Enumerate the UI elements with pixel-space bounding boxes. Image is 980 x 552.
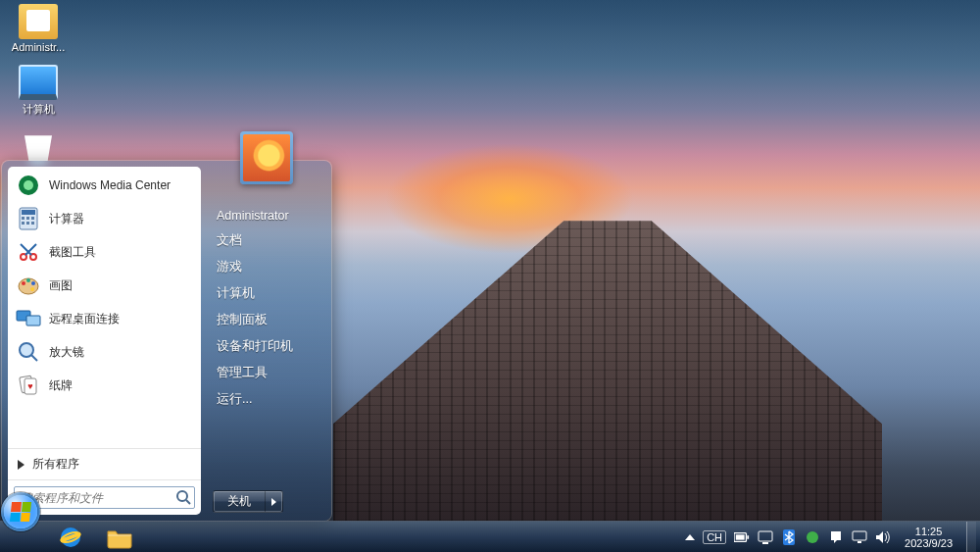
cards-icon: ♥	[16, 373, 41, 398]
vm-tools-icon[interactable]	[758, 529, 773, 545]
triangle-right-icon	[271, 498, 276, 506]
right-link-devices-printers[interactable]: 设备和打印机	[205, 333, 327, 360]
svg-rect-3	[22, 210, 35, 215]
ime-indicator[interactable]: CH	[703, 530, 726, 544]
desktop-wallpaper[interactable]: Administr... 计算机 Windows Media Center	[0, 0, 980, 552]
svg-point-16	[30, 287, 34, 291]
svg-point-19	[20, 343, 33, 357]
program-label: 远程桌面连接	[49, 311, 120, 327]
program-label: 放大镜	[49, 344, 84, 361]
svg-rect-4	[22, 217, 24, 220]
action-center-icon[interactable]	[828, 529, 844, 545]
all-programs-button[interactable]: 所有程序	[8, 448, 201, 479]
triangle-right-icon	[18, 460, 24, 470]
clock-date: 2023/9/23	[905, 537, 953, 549]
svg-rect-5	[26, 217, 29, 220]
svg-rect-6	[31, 217, 34, 220]
desktop-icon-computer[interactable]: 计算机	[4, 65, 73, 117]
taskbar-pin-explorer[interactable]	[96, 524, 143, 551]
program-item-magnifier[interactable]: 放大镜	[8, 335, 201, 369]
svg-rect-29	[759, 531, 772, 541]
desktop-icons: Administr... 计算机	[4, 4, 73, 170]
calculator-icon	[16, 206, 41, 231]
tray-icon-generic[interactable]	[805, 529, 820, 545]
ie-icon	[58, 525, 83, 550]
program-item-solitaire[interactable]: ♥ 纸牌	[8, 369, 201, 402]
flower-icon	[243, 134, 290, 181]
program-item-calculator[interactable]: 计算器	[8, 202, 201, 235]
svg-rect-18	[26, 316, 40, 326]
svg-rect-8	[26, 222, 29, 225]
magnifier-icon	[16, 339, 41, 365]
shutdown-button[interactable]: 关机	[214, 491, 265, 512]
user-avatar[interactable]	[240, 131, 293, 184]
taskbar-pin-ie[interactable]	[47, 524, 94, 551]
wallpaper-pier	[333, 221, 882, 521]
desktop-icon-label: Administr...	[12, 41, 65, 53]
program-label: Windows Media Center	[49, 178, 171, 192]
svg-rect-9	[31, 222, 34, 225]
program-label: 计算器	[49, 211, 84, 227]
paint-icon	[16, 273, 41, 298]
svg-rect-27	[747, 535, 749, 539]
right-link-user[interactable]: Administrator	[205, 204, 327, 227]
desktop-icon-label: 计算机	[23, 102, 55, 117]
right-link-admin-tools[interactable]: 管理工具	[205, 360, 327, 386]
program-item-snipping-tool[interactable]: 截图工具	[8, 235, 201, 269]
shutdown-options-button[interactable]	[265, 491, 282, 512]
start-orb[interactable]	[1, 492, 40, 531]
svg-point-14	[26, 278, 30, 282]
bluetooth-icon[interactable]	[781, 529, 797, 545]
taskbar-clock[interactable]: 11:25 2023/9/23	[899, 526, 958, 549]
start-menu-left-pane: Windows Media Center 计算器 截图工具	[8, 167, 201, 515]
start-menu-search	[14, 486, 195, 509]
wmc-icon	[16, 173, 41, 198]
svg-text:♥: ♥	[27, 381, 32, 391]
start-menu: Windows Media Center 计算器 截图工具	[2, 161, 331, 521]
right-link-computer[interactable]: 计算机	[205, 280, 327, 307]
windows-logo-icon	[10, 502, 31, 522]
program-item-paint[interactable]: 画图	[8, 269, 201, 302]
svg-point-13	[22, 281, 25, 285]
svg-rect-34	[858, 541, 861, 543]
volume-icon[interactable]	[875, 529, 891, 545]
clock-time: 11:25	[905, 526, 953, 537]
svg-rect-30	[762, 542, 768, 544]
remote-desktop-icon	[16, 306, 41, 331]
desktop-icon-admin-folder[interactable]: Administr...	[4, 4, 73, 53]
program-label: 截图工具	[49, 244, 96, 261]
search-icon	[175, 489, 191, 505]
svg-rect-7	[22, 222, 24, 225]
search-input[interactable]	[14, 486, 195, 509]
show-desktop-button[interactable]	[966, 522, 976, 553]
right-link-run[interactable]: 运行...	[205, 386, 327, 413]
program-item-wmc[interactable]: Windows Media Center	[8, 169, 201, 202]
right-link-control-panel[interactable]: 控制面板	[205, 307, 327, 333]
scissors-icon	[16, 239, 41, 265]
svg-rect-28	[736, 534, 745, 539]
all-programs-label: 所有程序	[32, 456, 79, 473]
taskbar: CH 11:25 2023/9/	[0, 521, 980, 552]
network-icon[interactable]	[852, 529, 867, 545]
computer-icon	[19, 65, 58, 100]
program-item-remote-desktop[interactable]: 远程桌面连接	[8, 302, 201, 335]
right-link-games[interactable]: 游戏	[205, 254, 327, 280]
tray-overflow-button[interactable]	[685, 534, 695, 540]
svg-point-15	[31, 281, 35, 285]
svg-rect-33	[853, 531, 866, 540]
svg-point-23	[177, 491, 187, 501]
program-label: 画图	[49, 277, 73, 294]
start-menu-program-list: Windows Media Center 计算器 截图工具	[8, 167, 201, 448]
svg-point-32	[807, 531, 818, 543]
svg-point-1	[24, 180, 33, 190]
right-link-documents[interactable]: 文档	[205, 227, 327, 254]
battery-icon[interactable]	[734, 529, 750, 545]
user-folder-icon	[19, 4, 58, 39]
shutdown-button-group: 关机	[213, 490, 283, 513]
system-tray: CH 11:25 2023/9/	[677, 522, 980, 552]
program-label: 纸牌	[49, 377, 73, 394]
start-menu-right-pane: Administrator 文档 游戏 计算机 控制面板 设备和打印机 管理工具…	[201, 161, 331, 521]
folder-icon	[106, 526, 133, 549]
